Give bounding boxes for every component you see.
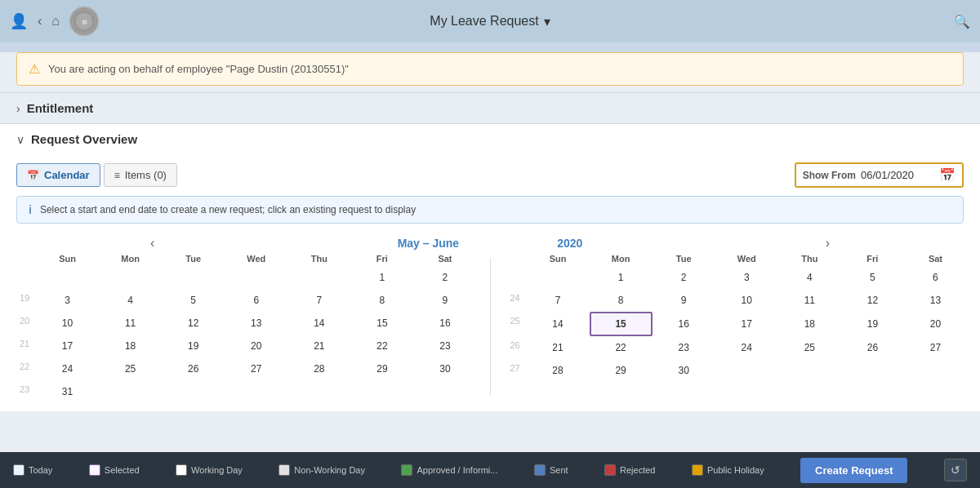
refresh-button[interactable]: ↺ [944,459,967,481]
cal-day[interactable] [99,266,162,289]
cal-day[interactable] [778,359,841,382]
cal-day[interactable]: 16 [413,312,476,335]
create-request-button[interactable]: Create Request [800,458,907,483]
cal-day[interactable]: 19 [841,312,904,336]
cal-day[interactable]: 1 [590,266,653,289]
cal-day[interactable] [527,266,590,289]
cal-day[interactable]: 29 [350,357,413,380]
col-sat-1: Sat [413,251,476,266]
cal-day[interactable]: 28 [287,357,350,380]
next-month-button[interactable]: › [819,236,836,251]
cal-day[interactable]: 27 [904,336,967,359]
cal-day[interactable] [715,359,778,382]
cal-day[interactable]: 3 [715,266,778,289]
cal-day[interactable]: 6 [904,266,967,289]
cal-day[interactable] [225,380,287,403]
cal-day[interactable]: 14 [527,312,590,336]
cal-day[interactable]: 6 [225,289,287,312]
cal-day[interactable] [36,266,99,289]
legend-selected-label: Selected [105,465,140,475]
week-num: 24 [504,289,527,312]
page-title[interactable]: My Leave Request ▾ [430,14,550,29]
cal-day[interactable]: 3 [36,289,99,312]
col-sun-1: Sun [36,251,99,266]
cal-day[interactable]: 25 [778,336,841,359]
cal-day[interactable]: 7 [527,289,590,312]
entitlement-section-header[interactable]: › Entitlement [0,92,980,123]
cal-day[interactable]: 30 [653,359,715,382]
cal-day[interactable]: 26 [841,336,904,359]
calendar-tab[interactable]: 📅 Calendar [16,163,100,187]
cal-day[interactable] [162,266,225,289]
cal-day[interactable] [225,266,287,289]
date-picker-icon[interactable]: 📅 [939,167,956,183]
cal-day[interactable] [99,380,162,403]
cal-day[interactable]: 23 [413,335,476,357]
back-icon[interactable]: ‹ [38,14,42,29]
cal-day[interactable]: 24 [36,357,99,380]
search-icon[interactable]: 🔍 [954,14,970,29]
cal-day[interactable]: 18 [778,312,841,336]
cal-day[interactable]: 20 [225,335,287,357]
cal-day[interactable] [350,380,413,403]
cal-day[interactable] [287,266,350,289]
cal-day[interactable]: 18 [99,335,162,357]
cal-day[interactable]: 17 [715,312,778,336]
cal-day[interactable]: 14 [287,312,350,335]
prev-month-button[interactable]: ‹ [144,236,161,251]
cal-day[interactable]: 4 [99,289,162,312]
cal-day[interactable]: 8 [590,289,653,312]
cal-day[interactable]: 24 [715,336,778,359]
cal-day[interactable]: 28 [527,359,590,382]
cal-day[interactable]: 12 [841,289,904,312]
cal-day[interactable]: 22 [350,335,413,357]
cal-day[interactable]: 10 [36,312,99,335]
request-overview-header[interactable]: ∨ Request Overview [0,123,980,154]
cal-day[interactable]: 4 [778,266,841,289]
week-num [13,266,36,289]
items-tab[interactable]: ≡ Items (0) [104,163,177,187]
cal-day[interactable]: 12 [162,312,225,335]
cal-day[interactable]: 21 [527,336,590,359]
header-nav: 👤 ‹ ⌂ ⚙ [10,7,99,36]
cal-day[interactable]: 27 [225,357,287,380]
show-from-input[interactable] [861,169,934,181]
cal-day-selected[interactable]: 15 [590,312,653,336]
cal-day[interactable]: 15 [350,312,413,335]
cal-day[interactable]: 8 [350,289,413,312]
cal-day[interactable]: 11 [99,312,162,335]
cal-day[interactable]: 23 [653,336,715,359]
cal-day[interactable]: 13 [225,312,287,335]
cal-day[interactable]: 13 [904,289,967,312]
cal-day[interactable]: 21 [287,335,350,357]
home-icon[interactable]: ⌂ [51,14,60,29]
cal-day[interactable]: 1 [350,266,413,289]
cal-day[interactable]: 9 [413,289,476,312]
user-icon[interactable]: 👤 [10,12,28,30]
cal-day[interactable]: 19 [162,335,225,357]
cal-day[interactable] [287,380,350,403]
cal-day[interactable] [162,380,225,403]
cal-day[interactable]: 11 [778,289,841,312]
cal-day[interactable]: 17 [36,335,99,357]
cal-day[interactable]: 20 [904,312,967,336]
cal-day[interactable]: 29 [590,359,653,382]
cal-day[interactable]: 2 [413,266,476,289]
cal-day[interactable]: 26 [162,357,225,380]
week-num: 27 [504,359,527,382]
cal-day[interactable]: 31 [36,380,99,403]
cal-day[interactable]: 9 [653,289,715,312]
cal-day[interactable]: 30 [413,357,476,380]
cal-day[interactable]: 2 [653,266,715,289]
cal-day[interactable]: 25 [99,357,162,380]
cal-day[interactable] [904,359,967,382]
cal-day[interactable]: 16 [653,312,715,336]
cal-day[interactable] [841,359,904,382]
cal-day[interactable]: 7 [287,289,350,312]
cal-day[interactable]: 5 [841,266,904,289]
cal-day[interactable] [413,380,476,403]
cal-day[interactable]: 22 [590,336,653,359]
cal-day[interactable]: 5 [162,289,225,312]
cal-day[interactable]: 10 [715,289,778,312]
legend-selected-box [89,464,100,476]
